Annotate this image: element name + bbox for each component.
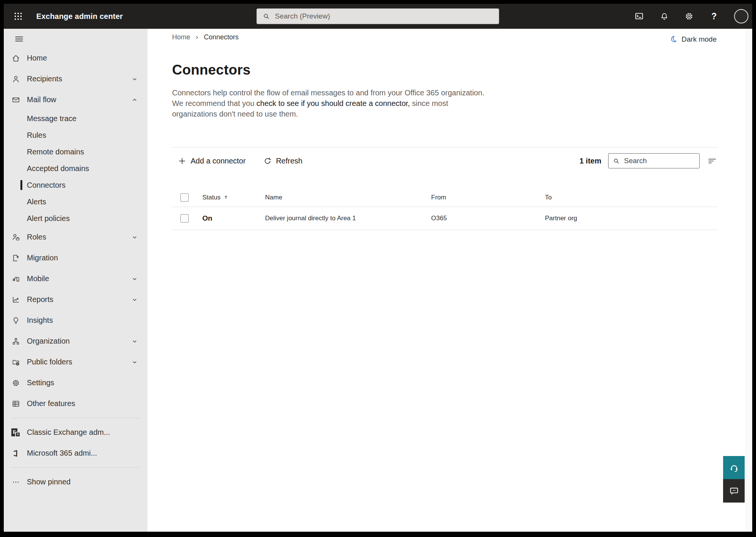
account-avatar[interactable] — [734, 9, 748, 23]
breadcrumb: Home Connectors — [172, 33, 239, 41]
microsoft-365-logo-icon — [11, 449, 20, 458]
sidebar-item-label: Classic Exchange adm... — [27, 428, 139, 437]
column-header-name[interactable]: Name — [265, 194, 431, 201]
collapse-nav-button[interactable] — [11, 33, 27, 45]
settings-button[interactable] — [684, 11, 694, 21]
sidebar-item-label: Microsoft 365 admi... — [27, 449, 139, 458]
sidebar-item-home[interactable]: Home — [4, 48, 147, 68]
sort-ascending-icon — [223, 195, 229, 200]
app-window: Exchange admin center — [4, 4, 752, 532]
filter-icon — [707, 156, 717, 166]
support-button[interactable] — [723, 456, 745, 479]
connectors-table: Status Name From To On Deliver journ — [172, 188, 718, 230]
add-connector-button[interactable]: Add a connector — [178, 157, 246, 165]
column-header-from[interactable]: From — [431, 194, 545, 201]
column-header-status[interactable]: Status — [202, 194, 220, 201]
sidebar-item-message-trace[interactable]: Message trace — [4, 110, 147, 127]
org-chart-icon — [11, 337, 20, 346]
sidebar-item-label: Rules — [27, 131, 139, 140]
migration-icon — [11, 254, 20, 263]
sidebar-item-rules[interactable]: Rules — [4, 127, 147, 143]
table-header-row: Status Name From To — [172, 188, 718, 207]
waffle-icon — [13, 11, 23, 21]
sidebar-item-organization[interactable]: Organization — [4, 331, 147, 352]
bell-icon — [660, 12, 669, 21]
global-search-input[interactable] — [275, 12, 494, 20]
list-toolbar: Add a connector Refresh — [178, 153, 303, 168]
sidebar-item-label: Public folders — [27, 358, 130, 366]
sidebar-item-classic-exchange-admin[interactable]: E ✕ Classic Exchange adm... — [4, 422, 147, 443]
chevron-up-icon — [130, 95, 139, 104]
table-icon — [11, 399, 20, 408]
list-search[interactable] — [608, 153, 700, 168]
sidebar-item-label: Recipients — [27, 75, 130, 83]
sidebar-item-public-folders[interactable]: Public folders — [4, 352, 147, 372]
sidebar-item-insights[interactable]: Insights — [4, 310, 147, 331]
terminal-icon — [634, 11, 644, 21]
sidebar-item-other-features[interactable]: Other features — [4, 393, 147, 414]
sidebar-item-reports[interactable]: Reports — [4, 289, 147, 310]
sidebar-item-label: Home — [27, 54, 139, 62]
chevron-down-icon — [130, 295, 139, 304]
sidebar-item-label: Settings — [27, 378, 139, 387]
app-title: Exchange admin center — [36, 12, 123, 21]
gear-icon — [684, 11, 694, 21]
filter-button[interactable] — [706, 155, 718, 167]
help-button[interactable]: ? — [709, 11, 719, 21]
lightbulb-icon — [11, 316, 20, 325]
sidebar-item-alert-policies[interactable]: Alert policies — [4, 210, 147, 227]
moon-icon — [669, 35, 678, 44]
column-header-to[interactable]: To — [545, 194, 718, 201]
powershell-terminal-button[interactable] — [634, 11, 644, 21]
sidebar-item-label: Migration — [27, 254, 139, 262]
table-row[interactable]: On Deliver journal directly to Area 1 O3… — [172, 207, 718, 230]
cell-name[interactable]: Deliver journal directly to Area 1 — [265, 215, 431, 222]
headset-icon — [729, 462, 739, 473]
gear-icon — [11, 378, 20, 388]
sidebar-item-label: Other features — [27, 399, 139, 408]
scrollbar-track[interactable] — [746, 29, 752, 532]
sidebar-item-accepted-domains[interactable]: Accepted domains — [4, 160, 147, 177]
sidebar-item-settings[interactable]: Settings — [4, 372, 147, 393]
sidebar-divider — [11, 418, 140, 418]
page-description: Connectors help control the flow of emai… — [172, 87, 493, 119]
breadcrumb-current: Connectors — [204, 33, 239, 41]
global-search[interactable] — [256, 8, 499, 24]
dark-mode-label: Dark mode — [681, 35, 717, 44]
assist-buttons — [723, 456, 745, 503]
app-launcher-button[interactable] — [9, 7, 27, 25]
roles-icon — [11, 233, 20, 242]
sidebar-item-alerts[interactable]: Alerts — [4, 193, 147, 210]
chevron-down-icon — [130, 274, 139, 283]
row-checkbox[interactable] — [180, 214, 189, 223]
refresh-button[interactable]: Refresh — [263, 157, 303, 165]
sidebar-item-microsoft-365-admin[interactable]: Microsoft 365 admi... — [4, 443, 147, 464]
sidebar-item-label: Connectors — [27, 181, 139, 190]
plus-icon — [178, 157, 186, 165]
sidebar-item-remote-domains[interactable]: Remote domains — [4, 143, 147, 160]
sidebar-item-migration[interactable]: Migration — [4, 247, 147, 268]
sidebar-nav: Home Recipients Mai — [4, 29, 147, 532]
sidebar-item-label: Show pinned — [27, 478, 139, 486]
sidebar-item-show-pinned[interactable]: Show pinned — [4, 472, 147, 492]
sidebar-item-connectors[interactable]: Connectors — [4, 177, 147, 193]
sidebar-item-mail-flow[interactable]: Mail flow — [4, 89, 147, 110]
sidebar-item-roles[interactable]: Roles — [4, 227, 147, 247]
exchange-logo-icon: E ✕ — [11, 428, 20, 437]
search-icon — [612, 157, 620, 165]
cell-from: O365 — [431, 215, 545, 222]
sidebar-item-label: Remote domains — [27, 148, 139, 156]
notifications-button[interactable] — [659, 11, 669, 21]
sidebar-item-label: Message trace — [27, 114, 139, 123]
select-all-checkbox[interactable] — [180, 193, 189, 202]
sidebar-item-recipients[interactable]: Recipients — [4, 68, 147, 89]
breadcrumb-home-link[interactable]: Home — [172, 33, 190, 41]
sidebar-item-mobile[interactable]: Mobile — [4, 268, 147, 289]
dark-mode-toggle[interactable]: Dark mode — [669, 35, 717, 44]
topbar-actions: ? — [634, 4, 748, 29]
cell-to: Partner org — [545, 215, 718, 222]
sidebar-item-label: Mobile — [27, 274, 130, 283]
feedback-button[interactable] — [723, 479, 745, 503]
list-search-input[interactable] — [624, 157, 695, 165]
chevron-down-icon — [130, 358, 139, 367]
